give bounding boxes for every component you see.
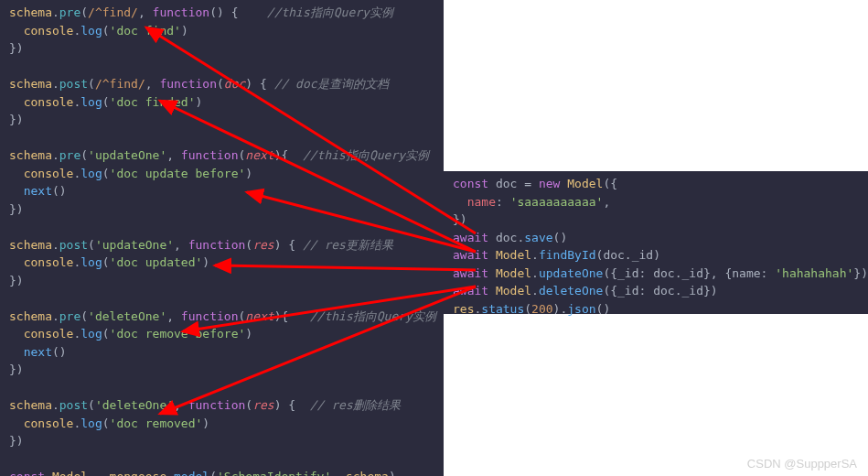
code-line: }) — [453, 211, 859, 229]
code-line: }) — [9, 39, 434, 58]
right-code-panel: const doc = new Model({ name: 'saaaaaaaa… — [444, 171, 868, 314]
code-line: console.log('doc update before') — [9, 165, 434, 183]
code-line — [9, 450, 434, 469]
code-line: schema.pre('deleteOne', function(next){ … — [9, 308, 434, 326]
code-line: schema.pre(/^find/, function() { //this指… — [9, 4, 434, 22]
code-line: console.log('doc remove before') — [9, 325, 434, 343]
code-line: const doc = new Model({ — [453, 175, 859, 193]
code-line: }) — [9, 432, 434, 450]
code-line: await Model.deleteOne({_id: doc._id}) — [453, 282, 859, 300]
code-line — [9, 218, 434, 236]
code-line — [9, 58, 434, 76]
left-code-panel: schema.pre(/^find/, function() { //this指… — [0, 0, 444, 476]
code-line — [9, 129, 434, 147]
code-line: }) — [9, 111, 434, 129]
code-line: schema.post('deleteOne', function(res) {… — [9, 396, 434, 415]
code-line: }) — [9, 272, 434, 290]
csdn-watermark: CSDN @SuppperSA — [747, 457, 857, 471]
code-line: name: 'saaaaaaaaaa', — [453, 193, 859, 211]
code-line: res.status(200).json() — [453, 300, 859, 319]
code-line: }) — [9, 361, 434, 379]
code-line: console.log('doc updated') — [9, 254, 434, 272]
code-line: schema.post('updateOne', function(res) {… — [9, 236, 434, 254]
code-line: }) — [9, 200, 434, 219]
code-line: await doc.save() — [453, 229, 859, 247]
code-line — [9, 379, 434, 397]
code-line: schema.post(/^find/, function(doc) { // … — [9, 75, 434, 93]
code-line — [9, 289, 434, 308]
code-line: schema.pre('updateOne', function(next){ … — [9, 146, 434, 165]
code-line: next() — [9, 182, 434, 200]
code-line: console.log('doc removed') — [9, 415, 434, 433]
code-line: console.log('doc finded') — [9, 93, 434, 112]
code-line: await Model.findById(doc._id) — [453, 246, 859, 265]
code-line: await Model.updateOne({_id: doc._id}, {n… — [453, 265, 859, 283]
code-line: const Model = mongoose.model('SchemaIden… — [9, 468, 434, 476]
code-line: console.log('doc find') — [9, 22, 434, 40]
code-line: next() — [9, 343, 434, 362]
